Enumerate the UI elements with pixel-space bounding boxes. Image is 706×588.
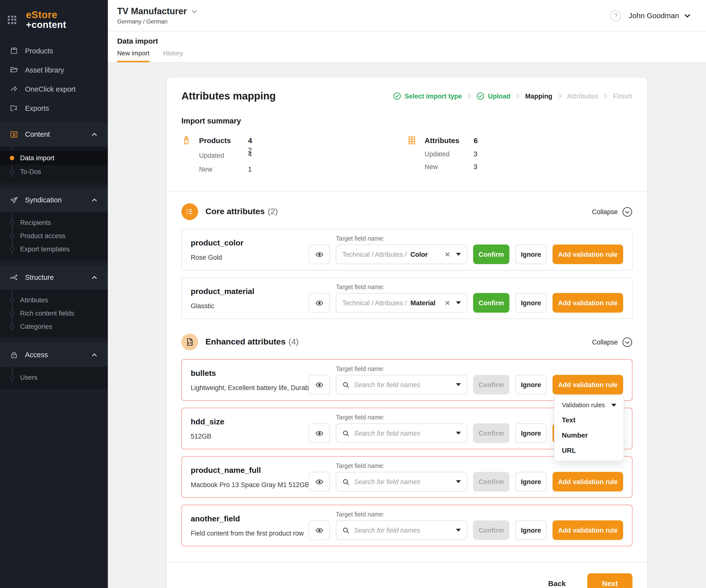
add-validation-rule-button[interactable]: Add validation rule xyxy=(553,520,623,540)
target-field-select[interactable]: Technical / Attributes / Material ✕ xyxy=(336,293,467,312)
enhanced-collapse-button[interactable]: Collapse xyxy=(592,337,632,347)
sidebar-item-to-dos[interactable]: To-Dos xyxy=(0,165,108,178)
sidebar-item-rich-content-fields[interactable]: Rich content fields xyxy=(0,307,108,320)
summary-row-label: Updated xyxy=(199,152,248,159)
core-attributes-header: Core attributes (2) Collapse xyxy=(182,203,632,220)
sidebar-access-items: Users xyxy=(0,367,108,389)
target-field-select[interactable]: Technical / Attributes / Color ✕ xyxy=(336,245,467,264)
ignore-button[interactable]: Ignore xyxy=(515,520,547,540)
sidebar-section-label: Access xyxy=(25,351,48,359)
page-title: Data import xyxy=(117,37,706,45)
box-icon xyxy=(10,47,18,55)
preview-button[interactable] xyxy=(308,245,330,264)
network-icon xyxy=(10,273,18,282)
help-button[interactable]: ? xyxy=(611,10,621,21)
sidebar-item-products[interactable]: Products xyxy=(0,41,108,60)
sidebar-section-label: Structure xyxy=(25,274,54,281)
summary-row-value: 2 4 xyxy=(248,148,407,157)
validation-rules-dropdown-header[interactable]: Validation rules xyxy=(562,401,616,409)
add-validation-rule-button[interactable]: Add validation rule xyxy=(553,293,623,312)
clear-icon[interactable]: ✕ xyxy=(445,299,450,306)
select-value: Material xyxy=(410,299,435,306)
attr-name: product_color xyxy=(191,238,306,247)
bullet-dot-icon xyxy=(10,156,14,160)
step-finish: Finish xyxy=(613,92,633,100)
preview-button[interactable] xyxy=(308,423,330,443)
sidebar-item-product-access[interactable]: Product access xyxy=(0,229,108,243)
field-search-select[interactable]: Search for field names xyxy=(336,520,467,540)
dropdown-item-url[interactable]: URL xyxy=(562,447,616,454)
tab-history[interactable]: History xyxy=(163,49,183,62)
dropdown-item-number[interactable]: Number xyxy=(562,431,616,439)
ignore-button[interactable]: Ignore xyxy=(515,472,547,492)
step-attributes: Attributes xyxy=(567,92,598,100)
sidebar-item-recipients[interactable]: Recipients xyxy=(0,216,108,229)
confirm-button: Confirm xyxy=(473,472,509,492)
sidebar-item-users[interactable]: Users xyxy=(0,371,108,384)
check-circle-icon xyxy=(393,92,401,100)
confirm-button[interactable]: Confirm xyxy=(473,293,509,312)
sidebar-item-data-import[interactable]: Data import xyxy=(0,151,108,165)
back-button[interactable]: Back xyxy=(548,579,566,587)
field-search-select[interactable]: Search for field names xyxy=(336,472,467,492)
ignore-button[interactable]: Ignore xyxy=(515,293,547,312)
client-switcher[interactable]: TV Manufacturer Germany / German xyxy=(117,6,197,25)
preview-button[interactable] xyxy=(308,520,330,540)
preview-button[interactable] xyxy=(308,375,330,394)
divider xyxy=(167,191,647,192)
chevron-down-icon[interactable] xyxy=(684,13,690,17)
sidebar-item-oneclick-export[interactable]: OneClick export xyxy=(0,79,108,98)
clear-icon[interactable]: ✕ xyxy=(445,251,450,258)
attr-value: Glasstic xyxy=(191,302,306,309)
bullet-dot-icon xyxy=(10,375,14,380)
folder-open-icon xyxy=(10,66,18,74)
sidebar-section-syndication-header[interactable]: Syndication xyxy=(0,188,108,212)
summary-row-label: New xyxy=(199,166,248,173)
chevron-down-circle-icon xyxy=(622,337,632,347)
sidebar-section-structure-header[interactable]: Structure xyxy=(0,265,108,290)
next-button[interactable]: Next xyxy=(587,573,632,588)
bullet-dot-icon xyxy=(10,170,14,174)
bullet-dot-icon xyxy=(10,234,14,238)
document-code-icon xyxy=(182,334,198,350)
add-validation-rule-button[interactable]: Add validation rule xyxy=(553,375,623,394)
chevron-up-icon xyxy=(92,198,97,202)
add-validation-rule-button[interactable]: Add validation rule xyxy=(553,472,623,492)
sidebar-item-attributes[interactable]: Attributes xyxy=(0,294,108,307)
share-arrow-icon xyxy=(10,85,18,93)
sidebar-section-content-header[interactable]: Content xyxy=(0,122,108,146)
target-field-label: Target field name: xyxy=(336,284,623,291)
sidebar-section-access-header[interactable]: Access xyxy=(0,342,108,367)
sidebar-item-categories[interactable]: Categories xyxy=(0,320,108,333)
logo-line-2: +content xyxy=(26,20,66,30)
topbar: TV Manufacturer Germany / German ? John … xyxy=(108,0,706,31)
preview-button[interactable] xyxy=(308,293,330,312)
preview-button[interactable] xyxy=(308,472,330,492)
summary-products: Products 4 Updated 2 4 xyxy=(182,135,407,178)
app-grid-icon[interactable] xyxy=(8,15,16,24)
logo-line-1: eStore xyxy=(26,10,66,19)
tab-new-import[interactable]: New import xyxy=(117,49,150,62)
attr-row-product-material: product_material Glasstic Target field n… xyxy=(182,277,632,319)
field-search-select[interactable]: Search for field names xyxy=(336,423,467,443)
sidebar-item-export-templates[interactable]: Export templates xyxy=(0,243,108,256)
dropdown-item-text[interactable]: Text xyxy=(562,416,616,424)
sidebar-item-exports[interactable]: Exports xyxy=(0,98,108,118)
ignore-button[interactable]: Ignore xyxy=(515,375,547,394)
core-collapse-button[interactable]: Collapse xyxy=(592,207,632,217)
bullet-dot-icon xyxy=(10,247,14,251)
sidebar-item-asset-library[interactable]: Asset library xyxy=(0,60,108,79)
add-validation-rule-button[interactable]: Add validation rule xyxy=(553,245,623,264)
attr-name: another_field xyxy=(191,514,306,523)
sidebar-item-label: OneClick export xyxy=(25,85,76,93)
sidebar-subitem-label: Rich content fields xyxy=(20,310,74,317)
search-placeholder: Search for field names xyxy=(354,429,420,437)
ignore-button[interactable]: Ignore xyxy=(515,423,547,443)
field-search-select[interactable]: Search for field names xyxy=(336,375,467,394)
target-field-label: Target field name: xyxy=(336,511,623,518)
search-icon xyxy=(342,527,350,534)
ignore-button[interactable]: Ignore xyxy=(515,245,547,264)
confirm-button[interactable]: Confirm xyxy=(473,245,509,264)
select-path: Technical / Attributes / xyxy=(342,251,408,258)
search-placeholder: Search for field names xyxy=(354,527,420,534)
